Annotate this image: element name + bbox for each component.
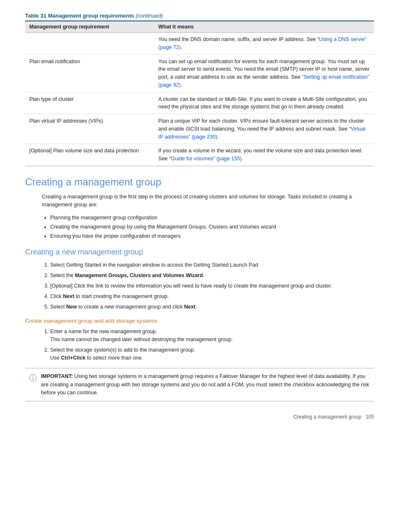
table-title: Table 31 Management group requirements (… xyxy=(25,13,374,19)
section2-heading: Creating a new management group xyxy=(25,248,374,257)
important-box: ⓘ IMPORTANT: Using two storage systems i… xyxy=(25,368,374,401)
table-cell-description: If you create a volume in the wizard, yo… xyxy=(154,144,374,166)
table-cell-description: Plan a unique VIP for each cluster. VIPs… xyxy=(154,114,374,144)
list-item: Planning the management group configurat… xyxy=(50,213,374,222)
section3-steps: Enter a name for the new management grou… xyxy=(42,327,374,362)
important-label: IMPORTANT: xyxy=(41,373,73,379)
list-item: [Optional] Click the link to review the … xyxy=(50,282,374,290)
section3-heading: Create management group and add storage … xyxy=(25,318,374,324)
step-main: Select the storage system(s) to add to t… xyxy=(50,347,195,353)
step-sub: This name cannot be changed later withou… xyxy=(50,336,374,344)
list-item: Enter a name for the new management grou… xyxy=(50,327,374,344)
list-item: Select New to create a new management gr… xyxy=(50,303,374,311)
table-row: Plan virtual IP addresses (VIPs)Plan a u… xyxy=(25,114,374,144)
section1-intro: Creating a management group is the first… xyxy=(42,193,374,209)
col1-header: Management group requirement xyxy=(25,21,154,33)
table-cell-requirement xyxy=(25,33,154,55)
table-cell-requirement: Plan email notification xyxy=(25,54,154,92)
table-cell-requirement: Plan virtual IP addresses (VIPs) xyxy=(25,114,154,144)
section1-bullets: Planning the management group configurat… xyxy=(50,213,374,240)
step-main: Enter a name for the new management grou… xyxy=(50,329,157,334)
table-cell-requirement: Plan type of cluster xyxy=(25,92,154,114)
table-row: Plan email notificationYou can set up em… xyxy=(25,54,374,92)
list-item: Creating the management group by using t… xyxy=(50,223,374,231)
list-item: Select the Management Groups, Clusters a… xyxy=(50,271,374,280)
table-row: Plan type of clusterA cluster can be sta… xyxy=(25,92,374,114)
list-item: Ensuring you have the proper configurati… xyxy=(50,232,374,240)
section1-heading: Creating a management group xyxy=(25,176,374,188)
list-item: Select the storage system(s) to add to t… xyxy=(50,346,374,362)
footer-text: Creating a management group 105 xyxy=(293,414,374,420)
list-item: Select Getting Started in the navigation… xyxy=(50,261,374,269)
col2-header: What it means xyxy=(154,21,374,33)
table-row: You need the DNS domain name, suffix, an… xyxy=(25,33,374,55)
page-footer: Creating a management group 105 xyxy=(25,414,374,420)
table-cell-requirement: [Optional] Plan volume size and data pro… xyxy=(25,144,154,166)
step-sub: Use Ctrl+Click to select more than one. xyxy=(50,354,374,362)
table-cell-description: You can set up email notification for ev… xyxy=(154,54,374,92)
table-row: [Optional] Plan volume size and data pro… xyxy=(25,144,374,166)
list-item: Click Next to start creating the managem… xyxy=(50,292,374,301)
important-text: IMPORTANT: Using two storage systems in … xyxy=(41,373,370,397)
requirements-table: Management group requirement What it mea… xyxy=(25,21,374,166)
table-cell-description: A cluster can be standard or Multi-Site.… xyxy=(154,92,374,114)
section2-steps: Select Getting Started in the navigation… xyxy=(42,261,374,311)
table-cell-description: You need the DNS domain name, suffix, an… xyxy=(154,33,374,55)
important-body: Using two storage systems in a managemen… xyxy=(41,373,369,396)
important-icon: ⓘ xyxy=(29,373,37,383)
